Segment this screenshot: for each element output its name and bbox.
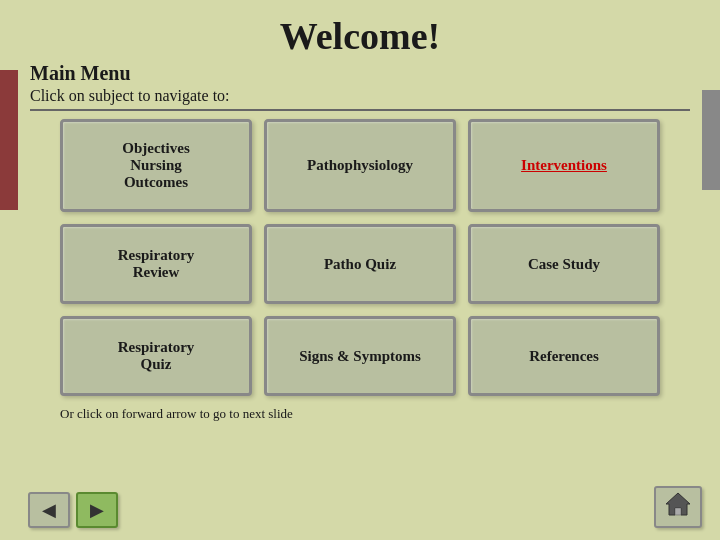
- back-button[interactable]: ◀: [28, 492, 70, 528]
- menu-label: Main Menu: [30, 62, 690, 85]
- btn-references[interactable]: References: [468, 316, 660, 396]
- btn-interventions[interactable]: Interventions: [468, 119, 660, 212]
- btn-patho-quiz[interactable]: Patho Quiz: [264, 224, 456, 304]
- btn-case-study[interactable]: Case Study: [468, 224, 660, 304]
- btn-signs-symptoms[interactable]: Signs & Symptoms: [264, 316, 456, 396]
- forward-button[interactable]: ▶: [76, 492, 118, 528]
- back-icon: ◀: [42, 499, 56, 521]
- menu-grid: Objectives Nursing Outcomes Pathophysiol…: [60, 119, 660, 396]
- left-accent-bar: [0, 70, 18, 210]
- right-accent-bar: [702, 90, 720, 190]
- btn-pathophysiology[interactable]: Pathophysiology: [264, 119, 456, 212]
- footer-navigation: ◀ ▶: [28, 492, 118, 528]
- footer-instruction: Or click on forward arrow to go to next …: [60, 406, 690, 422]
- page-title: Welcome!: [30, 14, 690, 58]
- home-button[interactable]: [654, 486, 702, 528]
- page-container: Welcome! Main Menu Click on subject to n…: [0, 0, 720, 540]
- btn-respiratory-quiz[interactable]: Respiratory Quiz: [60, 316, 252, 396]
- btn-respiratory-review[interactable]: Respiratory Review: [60, 224, 252, 304]
- home-icon: [664, 491, 692, 523]
- btn-objectives[interactable]: Objectives Nursing Outcomes: [60, 119, 252, 212]
- forward-icon: ▶: [90, 499, 104, 521]
- instruction-text: Click on subject to navigate to:: [30, 87, 690, 111]
- svg-rect-1: [675, 508, 681, 515]
